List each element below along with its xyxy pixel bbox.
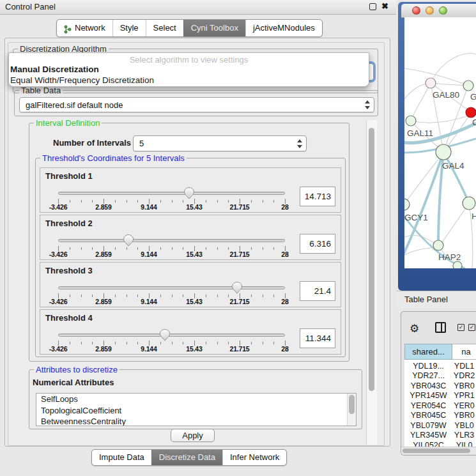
cell-name: YDL1 — [452, 362, 476, 371]
attribute-list-item[interactable]: BetweennessCentrality — [36, 416, 356, 426]
slider-tick — [217, 200, 218, 203]
network-node[interactable] — [436, 144, 451, 160]
column-layout-icon[interactable] — [435, 322, 446, 333]
threshold-4-slider[interactable]: -3.4262.8599.14415.4321.71528 — [40, 310, 341, 354]
table-horizontal-scrollbar[interactable] — [401, 447, 476, 454]
list-scrollbar[interactable] — [347, 394, 356, 426]
table-row[interactable]: YPR145WYPR1 — [404, 391, 476, 401]
close-traffic-light[interactable] — [412, 6, 420, 15]
threshold-1-value-field[interactable]: 14.713 — [300, 187, 335, 206]
apply-button[interactable]: Apply — [171, 429, 215, 442]
slider-thumb[interactable] — [160, 329, 170, 341]
threshold-3-slider[interactable]: -3.4262.8599.14415.4321.71528 — [40, 263, 341, 307]
network-node[interactable] — [433, 240, 443, 250]
table-row[interactable]: YIL052CYIL0 — [404, 440, 476, 447]
slider-track[interactable] — [58, 239, 285, 242]
table-row[interactable]: YBR045CYBR0 — [404, 411, 476, 421]
column-header-shared-name[interactable]: shared... — [404, 344, 452, 360]
slider-tick — [217, 295, 218, 297]
network-canvas[interactable]: GAL80GCGAL11GAL4GCY1HHAP2 — [404, 17, 476, 268]
slider-tick-label: 9.144 — [141, 298, 157, 305]
gear-icon[interactable]: ⚙ — [410, 322, 419, 335]
column-header-name[interactable]: na — [452, 344, 476, 360]
scrollbar-thumb[interactable] — [369, 128, 374, 391]
cell-name: YDR2 — [452, 371, 476, 380]
tab-jactivemnodules[interactable]: jActiveMNodules — [245, 20, 322, 36]
number-of-intervals-combobox[interactable]: 5 — [133, 135, 307, 151]
network-node[interactable] — [406, 116, 416, 126]
slider-tick-label: 28 — [281, 203, 288, 211]
tab-style[interactable]: Style — [112, 20, 146, 36]
attribute-list-item[interactable]: SelfLoops — [36, 394, 356, 405]
combo-stepper-icon[interactable] — [296, 139, 303, 148]
numerical-attributes-list[interactable]: SelfLoopsTopologicalCoefficientBetweenne… — [36, 393, 357, 426]
tab-label: Impute Data — [99, 450, 144, 464]
float-window-icon[interactable] — [369, 3, 376, 10]
cell-name: YER0 — [452, 401, 476, 410]
tab-discretize-data[interactable]: Discretize Data — [151, 450, 222, 465]
network-node[interactable] — [404, 199, 410, 210]
network-window-titlebar[interactable] — [401, 4, 476, 18]
slider-tick — [228, 342, 229, 344]
slider-tick-label: 21.715 — [230, 298, 250, 305]
slider-tick — [251, 295, 252, 297]
slider-tick — [263, 342, 263, 344]
attribute-list-item[interactable]: TopologicalCoefficient — [36, 405, 356, 417]
slider-thumb[interactable] — [184, 187, 194, 199]
slider-track[interactable] — [58, 286, 285, 289]
threshold-1-slider[interactable]: -3.4262.8599.14415.4321.71528 — [40, 168, 341, 212]
threshold-4-value-field[interactable]: 11.344 — [300, 328, 335, 348]
network-node[interactable] — [463, 197, 475, 210]
threshold-2-value-field[interactable]: 6.316 — [300, 234, 335, 254]
network-node[interactable] — [463, 81, 473, 91]
network-node[interactable] — [466, 107, 476, 118]
dropdown-hint: Select algorithm to view settings — [9, 55, 369, 65]
cell-name: YLR3 — [452, 431, 476, 440]
settings-scrollbar[interactable] — [366, 120, 377, 445]
slider-thumb[interactable] — [232, 282, 242, 294]
tab-cyni-toolbox[interactable]: Cyni Toolbox — [183, 20, 245, 36]
slider-tick-label: 2.859 — [95, 298, 111, 305]
numerical-attributes-label: Numerical Attributes — [33, 378, 114, 387]
table-row[interactable]: YDR27...YDR2 — [404, 371, 476, 381]
table-row[interactable]: YDL19...YDL1 — [404, 361, 476, 371]
slider-tick — [217, 342, 218, 344]
checkbox-icon[interactable]: ✓ — [468, 324, 475, 331]
minimize-traffic-light[interactable] — [426, 6, 434, 15]
threshold-3-value-field[interactable]: 21.4 — [300, 281, 335, 301]
network-node[interactable] — [453, 261, 462, 268]
table-row[interactable]: YBL079WYBL0 — [404, 420, 476, 431]
dropdown-item-manual-discretization[interactable]: Manual Discretization — [10, 65, 99, 74]
slider-tick — [115, 200, 116, 203]
slider-thumb[interactable] — [123, 234, 134, 247]
table-row[interactable]: YER054CYER0 — [404, 401, 476, 411]
combo-stepper-icon[interactable] — [364, 100, 371, 109]
scrollbar-thumb[interactable] — [349, 395, 355, 414]
slider-tick — [172, 200, 173, 203]
tab-label: Network — [75, 20, 105, 36]
slider-tick-label: 21.715 — [230, 250, 250, 258]
slider-tick — [70, 200, 70, 203]
table-data-combobox[interactable]: galFiltered.sif default node — [19, 97, 374, 112]
threshold-2-slider[interactable]: -3.4262.8599.14415.4321.71528 — [40, 215, 341, 259]
tab-label: Cyni Toolbox — [191, 20, 238, 36]
slider-tick — [137, 295, 138, 297]
slider-track[interactable] — [58, 334, 285, 337]
slider-tick — [172, 295, 173, 297]
zoom-traffic-light[interactable] — [439, 6, 447, 15]
network-node[interactable] — [426, 78, 436, 88]
checkbox-icon[interactable]: ✓ — [457, 324, 464, 331]
tab-select[interactable]: Select — [146, 20, 183, 36]
slider-tick — [217, 247, 218, 250]
close-icon[interactable]: ✖ — [381, 1, 388, 11]
tab-network[interactable]: Network — [57, 20, 112, 36]
slider-tick-label: 28 — [281, 298, 288, 305]
slider-tick — [160, 247, 161, 250]
dropdown-item-equal-width-frequency[interactable]: Equal Width/Frequency Discretization — [10, 75, 154, 85]
table-row[interactable]: YLR345WYLR3 — [404, 431, 476, 441]
scrollbar-thumb[interactable] — [403, 449, 470, 453]
tab-infer-network[interactable]: Infer Network — [222, 450, 286, 465]
slider-track[interactable] — [58, 192, 285, 195]
table-row[interactable]: YBR043CYBR0 — [404, 381, 476, 391]
tab-impute-data[interactable]: Impute Data — [92, 450, 151, 465]
